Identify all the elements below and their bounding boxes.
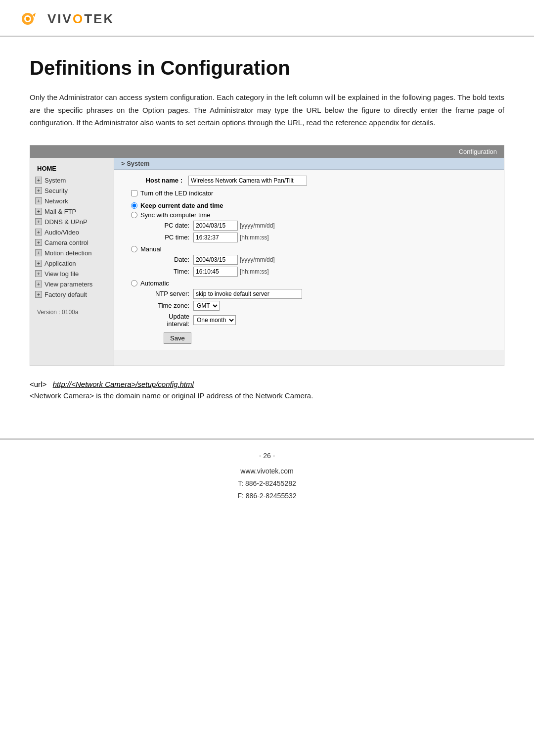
footer-fax: F: 886-2-82455532 (0, 490, 534, 502)
sidebar-expand-view-parameters[interactable]: + (35, 281, 42, 287)
sidebar-expand-camera-control[interactable]: + (35, 239, 42, 246)
update-interval-label: Update interval: (154, 313, 193, 328)
sidebar-item-audio-video[interactable]: + Audio/Video (30, 227, 114, 237)
intro-text: Only the Administrator can access system… (30, 91, 504, 129)
update-interval-select[interactable]: One month (193, 315, 236, 325)
led-checkbox-label: Turn off the LED indicator (140, 189, 213, 197)
ntp-input[interactable] (193, 289, 302, 299)
time-label: Time: (154, 268, 193, 275)
sidebar-item-ddns-upnp[interactable]: + DDNS & UPnP (30, 217, 114, 227)
host-name-label: Host name : (124, 177, 188, 184)
time-input[interactable] (193, 267, 238, 277)
footer-content: - 26 - www.vivotek.com T: 886-2-82455282… (0, 440, 534, 518)
sidebar-item-network[interactable]: + Network (30, 196, 114, 206)
sidebar-expand-mail-ftp[interactable]: + (35, 208, 42, 215)
sidebar-item-view-parameters[interactable]: + View parameters (30, 279, 114, 289)
pc-date-hint: [yyyy/mm/dd] (240, 222, 275, 229)
form-area: Host name : Turn off the LED indicator K… (114, 170, 504, 350)
pc-time-label: PC time: (154, 234, 193, 241)
led-checkbox[interactable] (131, 190, 137, 196)
sidebar-version: Version : 0100a (30, 304, 114, 321)
update-interval-row: Update interval: One month (154, 313, 494, 328)
footer-website: www.vivotek.com (0, 465, 534, 477)
sidebar-home[interactable]: HOME (30, 162, 114, 175)
header: VIVOTEK (0, 0, 534, 37)
url-section: <url> http://<Network Camera>/setup/conf… (30, 380, 504, 400)
url-prefix: <url> (30, 380, 46, 388)
ntp-row: NTP server: (154, 289, 494, 299)
manual-radio-row: Manual (131, 245, 494, 253)
ntp-subform: NTP server: Time zone: GMT Update interv… (154, 289, 494, 328)
config-panel: Configuration HOME + System + Security +… (30, 145, 504, 366)
sidebar-item-system[interactable]: + System (30, 175, 114, 186)
url-description: <Network Camera> is the domain name or o… (30, 391, 504, 400)
logo-text: VIVOTEK (47, 11, 114, 27)
vivotek-logo-icon (20, 9, 44, 29)
page-title: Definitions in Configuration (30, 57, 504, 79)
time-hint: [hh:mm:ss] (240, 268, 269, 275)
sidebar-item-mail-ftp[interactable]: + Mail & FTP (30, 206, 114, 217)
manual-datetime-subform: Date: [yyyy/mm/dd] Time: [hh:mm:ss] (154, 255, 494, 277)
system-bar: > System (114, 158, 504, 170)
config-body: HOME + System + Security + Network + Mai… (30, 158, 504, 366)
automatic-radio[interactable] (131, 280, 137, 286)
pc-time-hint: [hh:mm:ss] (240, 234, 269, 241)
keep-date-label: Keep current date and time (140, 202, 223, 209)
sync-computer-radio[interactable] (131, 212, 137, 218)
pc-time-row: PC time: [hh:mm:ss] (154, 233, 494, 242)
main-content: Definitions in Configuration Only the Ad… (0, 37, 534, 419)
svg-marker-3 (33, 13, 36, 17)
sidebar-expand-view-log-file[interactable]: + (35, 270, 42, 277)
config-topbar: Configuration (30, 145, 504, 158)
main-panel: > System Host name : Turn off the LED in… (114, 158, 504, 366)
svg-point-2 (26, 17, 30, 21)
sidebar-item-application[interactable]: + Application (30, 258, 114, 269)
manual-date-row: Date: [yyyy/mm/dd] (154, 255, 494, 265)
sidebar: HOME + System + Security + Network + Mai… (30, 158, 114, 366)
logo-area: VIVOTEK (20, 9, 514, 29)
sync-label: Sync with computer time (140, 211, 211, 219)
keep-date-radio-row: Keep current date and time (131, 202, 494, 209)
pc-date-label: PC date: (154, 222, 193, 229)
date-hint: [yyyy/mm/dd] (240, 256, 275, 263)
page-number: - 26 - (0, 450, 534, 462)
sidebar-item-motion-detection[interactable]: + Motion detection (30, 248, 114, 258)
sidebar-item-camera-control[interactable]: + Camera control (30, 237, 114, 248)
automatic-label: Automatic (140, 280, 169, 287)
sidebar-item-security[interactable]: + Security (30, 186, 114, 196)
sidebar-expand-system[interactable]: + (35, 177, 42, 184)
timezone-row: Time zone: GMT (154, 301, 494, 311)
pc-datetime-subform: PC date: [yyyy/mm/dd] PC time: [hh:mm:ss… (154, 221, 494, 242)
date-label: Date: (154, 256, 193, 263)
sidebar-expand-network[interactable]: + (35, 197, 42, 204)
sync-computer-radio-row: Sync with computer time (131, 211, 494, 219)
url-line: <url> http://<Network Camera>/setup/conf… (30, 380, 504, 388)
sidebar-expand-security[interactable]: + (35, 187, 42, 194)
sidebar-expand-application[interactable]: + (35, 260, 42, 267)
manual-label: Manual (140, 245, 162, 253)
sidebar-item-factory-default[interactable]: + Factory default (30, 289, 114, 300)
date-input[interactable] (193, 255, 238, 265)
save-button[interactable]: Save (164, 332, 191, 344)
keep-date-radio[interactable] (131, 202, 137, 209)
sidebar-expand-factory-default[interactable]: + (35, 291, 42, 298)
pc-date-input[interactable] (193, 221, 238, 231)
automatic-radio-row: Automatic (131, 280, 494, 287)
sidebar-item-view-log-file[interactable]: + View log file (30, 269, 114, 279)
sidebar-expand-audio-video[interactable]: + (35, 229, 42, 236)
manual-radio[interactable] (131, 246, 137, 252)
ntp-label: NTP server: (154, 290, 193, 297)
pc-time-input[interactable] (193, 233, 238, 242)
sidebar-expand-ddns[interactable]: + (35, 218, 42, 225)
timezone-select[interactable]: GMT (193, 301, 220, 311)
manual-time-row: Time: [hh:mm:ss] (154, 267, 494, 277)
sidebar-expand-motion-detection[interactable]: + (35, 249, 42, 256)
host-name-input[interactable] (188, 176, 307, 186)
footer-phone: T: 886-2-82455282 (0, 477, 534, 490)
url-link[interactable]: http://<Network Camera>/setup/config.htm… (53, 380, 194, 388)
pc-date-row: PC date: [yyyy/mm/dd] (154, 221, 494, 231)
led-checkbox-row: Turn off the LED indicator (131, 189, 494, 197)
timezone-label: Time zone: (154, 302, 193, 309)
host-name-row: Host name : (124, 176, 494, 186)
